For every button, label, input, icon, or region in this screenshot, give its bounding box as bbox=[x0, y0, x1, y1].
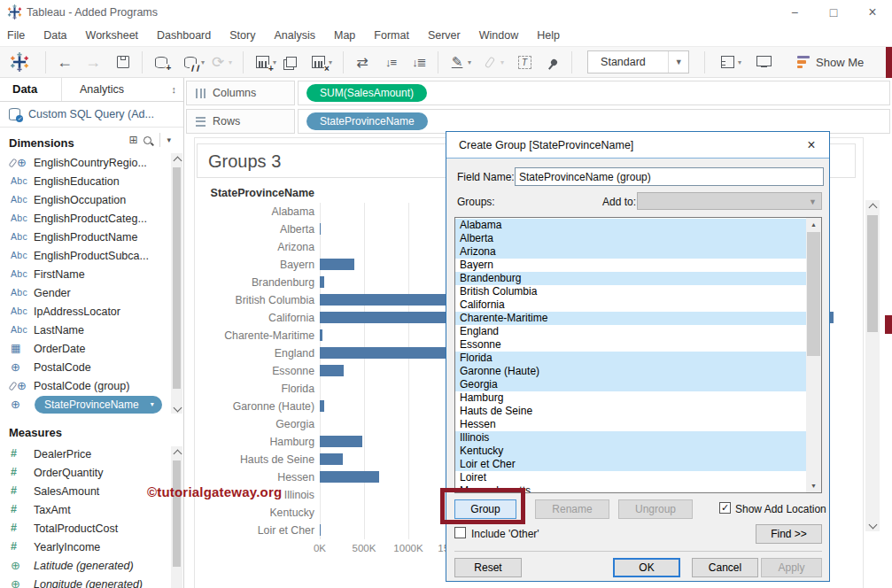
add-to-combobox[interactable]: ▼ bbox=[637, 192, 822, 210]
rename-button[interactable]: Rename bbox=[535, 499, 609, 519]
field-latitude-generated[interactable]: ⊕Latitude (generated) bbox=[0, 556, 170, 575]
group-member-loiret[interactable]: Loiret bbox=[455, 471, 806, 484]
list-scrollbar[interactable]: ▲ ▼ bbox=[806, 218, 821, 492]
menu-item-format[interactable]: Format bbox=[374, 29, 409, 42]
group-member-charente-maritime[interactable]: Charente-Maritime bbox=[455, 312, 806, 325]
members-listbox[interactable]: AlabamaAlbertaArizonaBayernBrandenburgBr… bbox=[454, 217, 822, 493]
search-icon[interactable] bbox=[143, 136, 151, 144]
redo-icon[interactable]: → bbox=[82, 49, 104, 75]
clear-sheet-icon[interactable]: × bbox=[307, 49, 329, 75]
fit-selector[interactable]: Standard ▼ bbox=[587, 50, 689, 74]
scroll-down-icon[interactable]: ▼ bbox=[806, 479, 821, 492]
ungroup-button[interactable]: Ungroup bbox=[618, 499, 693, 519]
group-member-hamburg[interactable]: Hamburg bbox=[455, 391, 806, 405]
group-member-garonne-haute[interactable]: Garonne (Haute) bbox=[455, 365, 806, 378]
reset-button[interactable]: Reset bbox=[454, 558, 522, 577]
chevron-down-icon[interactable]: ▾ bbox=[167, 135, 171, 144]
close-icon[interactable]: × bbox=[857, 0, 888, 25]
group-member-british-columbia[interactable]: British Columbia bbox=[455, 285, 806, 298]
bar-garonne-haute[interactable] bbox=[320, 400, 324, 412]
bar-brandenburg[interactable] bbox=[320, 276, 324, 288]
fix-axes-icon[interactable] bbox=[542, 49, 563, 75]
tab-analytics[interactable]: Analytics bbox=[62, 78, 179, 101]
bar-essonne[interactable] bbox=[320, 365, 344, 376]
menu-item-window[interactable]: Window bbox=[479, 29, 518, 42]
save-icon[interactable] bbox=[112, 49, 134, 75]
field-name-input[interactable] bbox=[515, 167, 824, 186]
new-worksheet-icon[interactable]: + bbox=[252, 49, 273, 75]
rows-shelf[interactable]: StateProvinceName bbox=[298, 109, 890, 134]
group-member-arizona[interactable]: Arizona bbox=[455, 245, 806, 259]
view-scrollbar[interactable] bbox=[865, 200, 880, 531]
swap-rows-columns-icon[interactable]: ⇄ bbox=[352, 49, 373, 75]
menu-item-analysis[interactable]: Analysis bbox=[274, 29, 315, 42]
bar-bayern[interactable] bbox=[320, 259, 354, 270]
bar-hauts-de-seine[interactable] bbox=[320, 453, 343, 465]
scrollbar-thumb[interactable] bbox=[807, 232, 820, 356]
menu-item-file[interactable]: File bbox=[7, 29, 25, 42]
include-other-checkbox[interactable] bbox=[454, 527, 466, 538]
bar-loir-et-cher[interactable] bbox=[320, 524, 321, 536]
add-data-source-icon[interactable]: + bbox=[151, 49, 172, 75]
group-member-hauts-de-seine[interactable]: Hauts de Seine bbox=[455, 405, 806, 418]
highlight-icon[interactable]: ✎ bbox=[446, 49, 468, 75]
scrollbar-thumb[interactable] bbox=[867, 215, 878, 332]
show-add-location-checkbox[interactable] bbox=[719, 502, 731, 514]
columns-shelf[interactable]: SUM(SalesAmount) bbox=[298, 81, 890, 105]
group-member-alberta[interactable]: Alberta bbox=[455, 232, 806, 245]
duplicate-sheet-icon[interactable] bbox=[279, 49, 300, 75]
group-member-brandenburg[interactable]: Brandenburg bbox=[455, 272, 806, 285]
pause-auto-updates-icon[interactable]: ❙❙ bbox=[180, 49, 201, 75]
chevron-down-icon[interactable]: ▾ bbox=[500, 58, 504, 66]
maximize-icon[interactable]: □ bbox=[818, 0, 849, 25]
shelf-pill-stateprovincename[interactable]: StateProvinceName bbox=[306, 112, 428, 130]
menu-item-help[interactable]: Help bbox=[537, 29, 560, 42]
menu-item-map[interactable]: Map bbox=[334, 29, 355, 42]
menu-item-worksheet[interactable]: Worksheet bbox=[86, 29, 139, 42]
show-hide-cards-icon[interactable] bbox=[717, 49, 738, 75]
group-member-loir-et-cher[interactable]: Loir et Cher bbox=[455, 458, 806, 471]
tab-data[interactable]: Data bbox=[0, 78, 62, 101]
chevron-down-icon[interactable]: ▾ bbox=[468, 58, 471, 66]
bar-charente-maritime[interactable] bbox=[320, 329, 322, 341]
scroll-up-icon[interactable] bbox=[869, 204, 878, 213]
group-member-kentucky[interactable]: Kentucky bbox=[455, 445, 806, 458]
data-source-item[interactable]: Custom SQL Query (Ad... bbox=[0, 102, 183, 128]
bar-alberta[interactable] bbox=[320, 223, 321, 235]
sort-ascending-icon[interactable]: ↓≡ bbox=[380, 49, 401, 75]
group-member-florida[interactable]: Florida bbox=[455, 352, 806, 365]
view-data-grid-icon[interactable]: ⊞ bbox=[128, 134, 137, 146]
presentation-mode-icon[interactable] bbox=[753, 49, 774, 75]
group-member-illinois[interactable]: Illinois bbox=[455, 431, 806, 445]
group-member-california[interactable]: California bbox=[455, 298, 806, 312]
scroll-down-icon[interactable] bbox=[869, 521, 878, 530]
field-yearlyincome[interactable]: #YearlyIncome bbox=[0, 538, 170, 556]
menu-item-data[interactable]: Data bbox=[43, 29, 66, 42]
undo-icon[interactable]: ← bbox=[54, 49, 75, 75]
scroll-up-icon[interactable]: ▲ bbox=[806, 218, 821, 231]
scroll-up-icon[interactable] bbox=[174, 157, 182, 166]
group-member-essonne[interactable]: Essonne bbox=[455, 338, 806, 352]
apply-button[interactable]: Apply bbox=[761, 558, 822, 577]
chevron-down-icon[interactable]: ▾ bbox=[738, 58, 741, 66]
menu-item-server[interactable]: Server bbox=[428, 29, 461, 42]
minimize-icon[interactable]: − bbox=[779, 0, 811, 25]
group-member-georgia[interactable]: Georgia bbox=[455, 378, 806, 391]
field-englisheducation[interactable]: AbcEnglishEducation bbox=[0, 172, 170, 190]
chevron-down-icon[interactable]: ▼ bbox=[668, 51, 688, 73]
cancel-button[interactable]: Cancel bbox=[692, 558, 758, 577]
sort-descending-icon[interactable]: ↓≣ bbox=[408, 49, 430, 75]
bar-hessen[interactable] bbox=[320, 471, 379, 483]
pane-expander-icon[interactable]: ↕ bbox=[172, 78, 177, 101]
shelf-pill-sum-salesamount[interactable]: SUM(SalesAmount) bbox=[306, 84, 427, 102]
group-member-hessen[interactable]: Hessen bbox=[455, 418, 806, 431]
field-longitude-generated[interactable]: ⊕Longitude (generated) bbox=[0, 575, 170, 588]
group-members-icon[interactable] bbox=[479, 49, 500, 75]
group-member-bayern[interactable]: Bayern bbox=[455, 259, 806, 272]
menu-item-story[interactable]: Story bbox=[229, 29, 255, 42]
chevron-down-icon[interactable]: ▾ bbox=[201, 58, 205, 66]
menu-item-dashboard[interactable]: Dashboard bbox=[157, 29, 211, 42]
bar-hamburg[interactable] bbox=[320, 436, 362, 447]
dialog-header[interactable]: Create Group [StateProvinceName] × bbox=[446, 132, 829, 159]
ok-button[interactable]: OK bbox=[613, 558, 680, 577]
